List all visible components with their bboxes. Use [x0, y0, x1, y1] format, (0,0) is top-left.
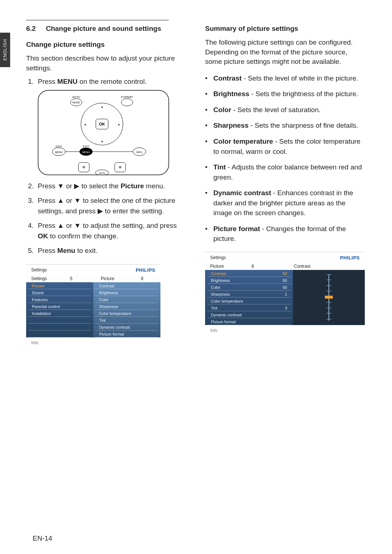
- svg-text:MUTE: MUTE: [99, 172, 105, 174]
- osd2-colA: Contrast50 Brightness50 Color50 Sharpnes…: [205, 270, 293, 325]
- svg-point-5: [121, 99, 133, 106]
- section-heading: 6.2 Change picture and sound settings: [26, 25, 187, 33]
- definitions-list: Contrast - Sets the level of white in th…: [205, 73, 366, 244]
- subheading-summary: Summary of picture settings: [205, 25, 366, 33]
- step-3: Press ▲ or ▼ to select the one of the pi…: [36, 196, 187, 216]
- osd2-info: Info: [205, 325, 365, 336]
- page-content: 6.2 Change picture and sound settings Ch…: [26, 20, 366, 348]
- philips-logo: PHILIPS: [136, 267, 155, 273]
- svg-text:FORMAT: FORMAT: [121, 95, 133, 99]
- language-tab: ENGLISH: [0, 33, 10, 67]
- section-number: 6.2: [26, 25, 36, 33]
- subheading-change-picture: Change picture settings: [26, 41, 187, 49]
- svg-text:MENU: MENU: [82, 151, 90, 153]
- svg-text:+: +: [82, 164, 85, 170]
- svg-text:EXIT: EXIT: [83, 145, 89, 148]
- osd-a-picture: Picture: [28, 282, 91, 289]
- slider-panel: [293, 270, 365, 325]
- intro-text: This section describes how to adjust you…: [26, 54, 187, 73]
- svg-text:▾: ▾: [101, 140, 103, 143]
- section-title: Change picture and sound settings: [46, 25, 161, 33]
- right-column: Summary of picture settings The followin…: [205, 25, 366, 348]
- step-2: Press ▼ or ▶ to select the Picture menu.: [36, 181, 187, 192]
- svg-text:OK: OK: [99, 122, 105, 126]
- svg-text:◂: ◂: [84, 123, 86, 126]
- osd-info: Info: [26, 337, 160, 348]
- svg-text:MENU: MENU: [55, 151, 63, 153]
- steps-list: Press MENU on the remote control. AUTO M…: [26, 77, 187, 256]
- svg-text:AUTO: AUTO: [72, 95, 80, 99]
- osd-contrast-slider: Settings PHILIPS Picture 8 Contrast Cont…: [205, 252, 365, 336]
- page-number: EN-14: [33, 534, 52, 542]
- osd-colB: Contrast Brightness Color Sharpness Colo…: [93, 282, 160, 337]
- svg-text:▸: ▸: [118, 123, 120, 126]
- svg-text:INFO: INFO: [136, 151, 143, 153]
- step-5: Press Menu to exit.: [36, 246, 187, 256]
- slider-knob: [325, 296, 333, 299]
- svg-text:▴: ▴: [101, 105, 103, 108]
- osd2-head-settings: Settings: [210, 255, 226, 260]
- left-column: 6.2 Change picture and sound settings Ch…: [26, 25, 187, 348]
- step-4: Press ▲ or ▼ to adjust the setting, and …: [36, 221, 187, 241]
- summary-intro: The following picture settings can be co…: [205, 38, 366, 67]
- osd-settings-picture: Settings PHILIPS Settings 5 Picture 8 Pi…: [26, 264, 160, 348]
- svg-text:+: +: [118, 164, 122, 170]
- svg-text:MODE: MODE: [73, 101, 80, 104]
- osd-head-settings: Settings: [31, 267, 47, 272]
- step-1: Press MENU on the remote control. AUTO M…: [36, 77, 187, 175]
- remote-diagram: AUTO MODE FORMAT OK ▴ ▾ ◂ ▸: [38, 90, 169, 175]
- philips-logo-2: PHILIPS: [340, 255, 360, 260]
- osd-colA: Picture Sound Features Parental control …: [26, 282, 93, 337]
